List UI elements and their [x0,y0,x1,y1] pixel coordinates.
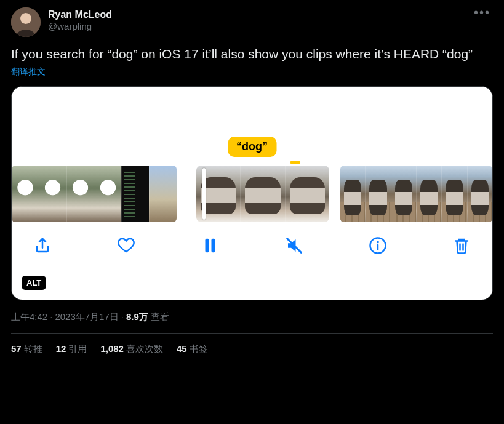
clip-frame [240,166,284,222]
svg-point-7 [377,242,378,242]
author-block[interactable]: Ryan McLeod @warpling [48,7,471,33]
mute-icon[interactable] [284,236,304,255]
stat-retweets[interactable]: 57转推 [11,343,42,355]
clip-frame [340,166,365,222]
tweet-container: Ryan McLeod @warpling ••• If you search … [0,0,504,362]
stat-likes[interactable]: 1,082喜欢次数 [100,343,163,355]
translate-link[interactable]: 翻译推文 [11,66,493,78]
svg-point-1 [20,13,31,24]
clip-frame [467,166,492,222]
share-icon[interactable] [33,236,52,255]
tweet-text: If you search for “dog” on iOS 17 it’ll … [11,46,493,63]
avatar[interactable] [11,7,41,37]
clip-frame [149,166,177,222]
meta-date: 2023年7月17日 [55,311,118,322]
video-filmstrip[interactable] [12,166,492,222]
clip-frame [39,166,66,222]
stat-quotes[interactable]: 12引用 [56,343,87,355]
clip-frame [12,166,39,222]
trash-icon[interactable] [452,236,471,255]
display-name: Ryan McLeod [48,9,471,21]
clip-frame [121,166,149,222]
media-header: “dog” [12,87,492,157]
handle: @warpling [48,21,471,33]
info-icon[interactable] [368,236,388,255]
tweet-stats: 57转推 12引用 1,082喜欢次数 45书签 [11,343,493,355]
clip-group-3[interactable] [340,166,492,222]
more-icon[interactable]: ••• [471,7,493,17]
playhead[interactable] [202,168,206,220]
divider [11,333,493,334]
clip-group-1[interactable] [12,166,177,222]
media-toolbar [12,222,492,255]
heart-icon[interactable] [116,236,136,255]
clip-group-2[interactable] [196,166,329,222]
tweet-meta[interactable]: 上午4:42·2023年7月17日·8.9万 查看 [11,311,493,323]
clip-frame [365,166,390,222]
clip-frame [285,166,329,222]
pause-icon[interactable] [200,236,220,255]
clip-frame [416,166,441,222]
tweet-header: Ryan McLeod @warpling ••• [11,7,493,37]
stat-bookmarks[interactable]: 45书签 [177,343,208,355]
svg-rect-2 [206,239,209,253]
media-card[interactable]: “dog” [11,86,493,300]
clip-frame [391,166,416,222]
clip-frame [94,166,121,222]
search-term-marker [290,161,300,164]
meta-views-label: 查看 [151,311,169,322]
search-term-bubble: “dog” [228,137,276,157]
svg-rect-3 [212,239,215,253]
clip-frame [66,166,94,222]
meta-views-count: 8.9万 [126,311,148,322]
clip-frame [441,166,466,222]
alt-badge[interactable]: ALT [22,276,46,290]
meta-time: 上午4:42 [11,311,47,322]
